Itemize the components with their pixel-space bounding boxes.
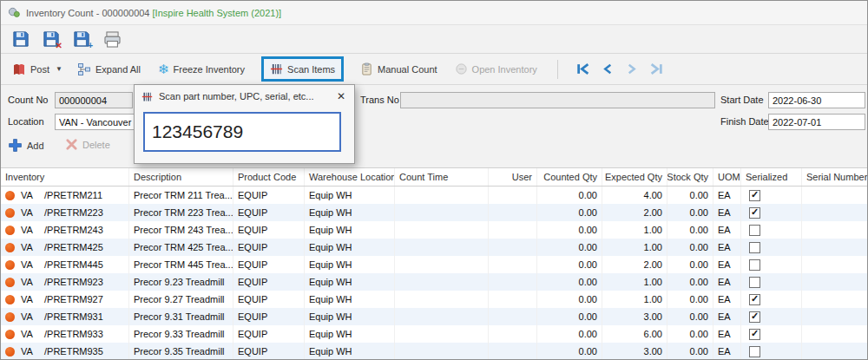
- serialized-checkbox[interactable]: [749, 329, 760, 340]
- post-button[interactable]: Post: [6, 59, 56, 80]
- cell-description[interactable]: Precor TRM 211 Trea...: [129, 187, 233, 204]
- table-row[interactable]: VA/PRETRM923Precor 9.23 TreadmillEQUIPEq…: [1, 273, 868, 291]
- cell-serial_number[interactable]: [802, 187, 868, 204]
- cell-uom[interactable]: EA: [713, 273, 741, 291]
- cell-description[interactable]: Precor 9.27 Treadmill: [129, 291, 233, 308]
- cell-inventory[interactable]: VA/PRETRM933: [1, 325, 129, 343]
- table-row[interactable]: VA/PRETRM927Precor 9.27 TreadmillEQUIPEq…: [1, 291, 868, 308]
- cell-count_time[interactable]: [395, 325, 489, 343]
- cell-uom[interactable]: EA: [713, 204, 741, 221]
- cell-expected_qty[interactable]: 2.00: [602, 256, 667, 273]
- cell-description[interactable]: Precor 9.31 Treadmill: [129, 308, 233, 325]
- cell-inventory[interactable]: VA/PRETRM425: [1, 239, 129, 256]
- cell-description[interactable]: Precor TRM 223 Trea...: [129, 204, 233, 221]
- cell-inventory[interactable]: VA/PRETRM935: [1, 343, 129, 360]
- cell-expected_qty[interactable]: 1.00: [602, 239, 667, 256]
- cell-serialized[interactable]: [741, 239, 802, 256]
- column-header-counted_qty[interactable]: Counted Qty: [537, 168, 602, 186]
- column-header-user[interactable]: User: [489, 168, 537, 186]
- cell-uom[interactable]: EA: [713, 325, 741, 343]
- cell-warehouse_location[interactable]: Equip WH: [305, 204, 395, 221]
- cell-serialized[interactable]: [741, 325, 802, 343]
- cell-user[interactable]: [489, 291, 537, 308]
- serialized-checkbox[interactable]: [749, 346, 760, 357]
- cell-stock_qty[interactable]: 0.00: [667, 273, 713, 291]
- cell-user[interactable]: [489, 308, 537, 325]
- cell-product_code[interactable]: EQUIP: [233, 343, 305, 360]
- cell-stock_qty[interactable]: 0.00: [667, 291, 713, 308]
- cell-serial_number[interactable]: [802, 343, 868, 360]
- serialized-checkbox[interactable]: [749, 242, 760, 253]
- column-header-warehouse_location[interactable]: Warehouse Location: [305, 168, 395, 186]
- table-row[interactable]: VA/PRETRM425Precor TRM 425 Trea...EQUIPE…: [1, 239, 868, 256]
- cell-serialized[interactable]: [741, 256, 802, 273]
- column-header-serialized[interactable]: Serialized: [741, 168, 802, 186]
- cell-uom[interactable]: EA: [713, 308, 741, 325]
- cell-uom[interactable]: EA: [713, 256, 741, 273]
- cell-expected_qty[interactable]: 1.00: [602, 291, 667, 308]
- save-new-button[interactable]: +: [70, 28, 93, 50]
- cell-inventory[interactable]: VA/PRETRM923: [1, 273, 129, 291]
- cell-count_time[interactable]: [395, 256, 489, 273]
- scan-input[interactable]: [143, 112, 341, 152]
- cell-expected_qty[interactable]: 1.00: [602, 273, 667, 291]
- cell-description[interactable]: Precor TRM 445 Trea...: [129, 256, 233, 273]
- save-discard-button[interactable]: ✕: [40, 28, 62, 50]
- cell-expected_qty[interactable]: 4.00: [602, 187, 667, 204]
- cell-stock_qty[interactable]: 0.00: [667, 204, 713, 221]
- cell-serial_number[interactable]: [802, 239, 868, 256]
- next-record-button[interactable]: [625, 62, 638, 75]
- cell-stock_qty[interactable]: 0.00: [667, 308, 713, 325]
- cell-product_code[interactable]: EQUIP: [233, 273, 305, 291]
- column-header-expected_qty[interactable]: Expected Qty: [602, 168, 667, 186]
- table-row[interactable]: VA/PRETRM931Precor 9.31 TreadmillEQUIPEq…: [1, 308, 868, 325]
- cell-count_time[interactable]: [395, 239, 489, 256]
- trans-no-field[interactable]: [400, 92, 715, 108]
- cell-count_time[interactable]: [395, 273, 489, 291]
- cell-warehouse_location[interactable]: Equip WH: [305, 239, 395, 256]
- column-header-inventory[interactable]: Inventory: [1, 168, 129, 186]
- print-button[interactable]: [101, 28, 123, 50]
- cell-count_time[interactable]: [395, 221, 489, 239]
- cell-expected_qty[interactable]: 2.00: [602, 204, 667, 221]
- cell-serial_number[interactable]: [802, 325, 868, 343]
- column-header-serial_number[interactable]: Serial Number: [802, 168, 868, 186]
- cell-description[interactable]: Precor 9.23 Treadmill: [129, 273, 233, 291]
- column-header-stock_qty[interactable]: Stock Qty: [667, 168, 713, 186]
- table-row[interactable]: VA/PRETRM243Precor TRM 243 Trea...EQUIPE…: [1, 221, 868, 239]
- cell-warehouse_location[interactable]: Equip WH: [305, 325, 395, 343]
- cell-stock_qty[interactable]: 0.00: [667, 239, 713, 256]
- cell-serial_number[interactable]: [802, 273, 868, 291]
- table-row[interactable]: VA/PRETRM933Precor 9.33 TreadmillEQUIPEq…: [1, 325, 868, 343]
- cell-serialized[interactable]: [741, 291, 802, 308]
- delete-row-button[interactable]: Delete: [65, 138, 110, 151]
- cell-warehouse_location[interactable]: Equip WH: [305, 343, 395, 360]
- cell-expected_qty[interactable]: 3.00: [602, 308, 667, 325]
- start-date-field[interactable]: [768, 92, 865, 108]
- cell-serial_number[interactable]: [802, 256, 868, 273]
- column-header-count_time[interactable]: Count Time: [395, 168, 489, 186]
- table-row[interactable]: VA/PRETRM935Precor 9.35 TreadmillEQUIPEq…: [1, 343, 868, 360]
- cell-uom[interactable]: EA: [713, 239, 741, 256]
- close-icon[interactable]: ✕: [335, 90, 347, 102]
- table-row[interactable]: VA/PRETRM211Precor TRM 211 Trea...EQUIPE…: [1, 187, 868, 204]
- cell-user[interactable]: [489, 325, 537, 343]
- open-inventory-button[interactable]: Open Inventory: [449, 59, 543, 79]
- cell-count_time[interactable]: [395, 343, 489, 360]
- cell-count_time[interactable]: [395, 308, 489, 325]
- serialized-checkbox[interactable]: [749, 225, 760, 236]
- cell-count_time[interactable]: [395, 187, 489, 204]
- cell-user[interactable]: [489, 204, 537, 221]
- cell-stock_qty[interactable]: 0.00: [667, 325, 713, 343]
- cell-serial_number[interactable]: [802, 291, 868, 308]
- cell-counted_qty[interactable]: 0.00: [537, 187, 602, 204]
- cell-expected_qty[interactable]: 6.00: [602, 325, 667, 343]
- column-header-description[interactable]: Description: [129, 168, 233, 186]
- cell-serialized[interactable]: [741, 221, 802, 239]
- previous-record-button[interactable]: [602, 62, 615, 75]
- cell-uom[interactable]: EA: [713, 291, 741, 308]
- cell-product_code[interactable]: EQUIP: [233, 239, 305, 256]
- cell-uom[interactable]: EA: [713, 343, 741, 360]
- table-row[interactable]: VA/PRETRM445Precor TRM 445 Trea...EQUIPE…: [1, 256, 868, 273]
- cell-user[interactable]: [489, 221, 537, 239]
